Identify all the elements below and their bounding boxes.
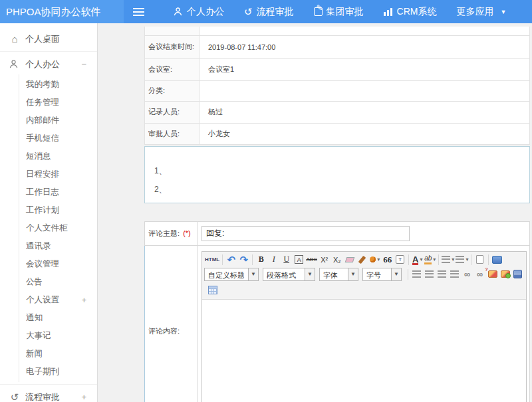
sidebar-subitem[interactable]: 电子期刊 <box>19 363 97 381</box>
rich-text-editor: HTML ↶ ↷ B I U A ABC X² X₂ <box>201 251 527 402</box>
sidebar-subitem[interactable]: 手机短信 <box>19 130 97 148</box>
sidebar-subitem[interactable]: 新闻 <box>19 345 97 363</box>
sidebar-item-workflow-approval[interactable]: ↺ 流程审批 + <box>0 387 97 402</box>
ordered-list-button[interactable]: ▾ <box>441 253 455 266</box>
sidebar-item-personal-office[interactable]: 个人办公 − <box>0 54 97 74</box>
bar-chart-icon <box>384 8 393 16</box>
blockquote-button[interactable]: 66 <box>381 253 394 266</box>
fullscreen-button[interactable] <box>491 253 503 266</box>
insert-media-button[interactable] <box>511 268 524 281</box>
meeting-info-table: 会议结束时间: 2019-08-07 11:47:00 会议室: 会议室1 分类… <box>144 27 530 145</box>
menu-toggle-icon[interactable] <box>133 8 144 16</box>
sidebar-subitem[interactable]: 我的考勤 <box>19 76 97 94</box>
field-label: 分类: <box>145 80 200 101</box>
app-logo: PHPOA协同办公软件 <box>0 0 124 23</box>
field-value: 小龙女 <box>200 123 530 144</box>
sidebar-subitem[interactable]: 工作日志 <box>19 183 97 201</box>
sidebar-subitem[interactable]: 日程安排 <box>19 165 97 183</box>
custom-heading-select[interactable]: 自定义标题 ▼ <box>204 268 259 281</box>
expand-icon[interactable]: + <box>82 296 97 305</box>
image-album-button[interactable] <box>499 268 511 281</box>
sidebar-subitem[interactable]: 个人文件柜 <box>19 219 97 237</box>
field-value: 杨过 <box>200 101 530 123</box>
new-page-button[interactable] <box>473 253 486 266</box>
align-justify-button[interactable] <box>448 268 461 281</box>
chevron-down-icon: ▾ <box>377 256 380 262</box>
underline-button[interactable]: U <box>280 253 293 266</box>
align-center-button[interactable] <box>423 268 436 281</box>
expand-icon[interactable]: + <box>81 392 90 402</box>
comment-subject-input[interactable] <box>201 226 410 241</box>
paragraph-format-select[interactable]: 段落格式 ▼ <box>263 268 315 281</box>
nav-group-approval[interactable]: 集团审批 <box>304 0 374 23</box>
paste-from-word-button[interactable]: T <box>394 253 406 266</box>
sidebar-subitem[interactable]: 通知 <box>19 309 97 327</box>
comment-subject-label: 评论主题: <box>148 229 180 237</box>
comment-content-label: 评论内容: <box>145 245 198 402</box>
nav-personal-office[interactable]: 个人办公 <box>163 0 234 23</box>
nav-label: 个人办公 <box>187 6 224 18</box>
editor-toolbar-row-3 <box>202 282 526 300</box>
nav-crm-system[interactable]: CRM系统 <box>374 0 447 23</box>
sidebar-subitem[interactable]: 大事记 <box>19 327 97 345</box>
align-center-icon <box>425 270 434 278</box>
font-color-button[interactable]: A▾ <box>411 253 424 266</box>
media-icon <box>513 270 522 278</box>
field-label: 会议室: <box>145 58 200 80</box>
format-painter-button[interactable] <box>356 253 368 266</box>
collapse-icon[interactable]: − <box>81 59 90 69</box>
editor-toolbar-row-1: HTML ↶ ↷ B I U A ABC X² X₂ <box>202 252 526 268</box>
chevron-down-icon: ▾ <box>420 256 422 262</box>
style-palette-button[interactable]: ▾ <box>368 253 381 266</box>
font-style-button[interactable]: A <box>295 255 303 264</box>
field-label: 会议结束时间: <box>145 35 200 58</box>
font-family-select[interactable]: 字体 ▼ <box>319 268 358 281</box>
remove-link-button[interactable]: ∞ <box>473 268 486 281</box>
insert-link-button[interactable]: ∞ <box>461 268 473 281</box>
redo-button[interactable]: ↷ <box>237 253 250 266</box>
sidebar-subitem[interactable]: 通讯录 <box>19 237 97 255</box>
align-justify-icon <box>450 270 459 278</box>
undo-button[interactable]: ↶ <box>225 253 237 266</box>
sidebar-subitem[interactable]: 工作计划 <box>19 201 97 219</box>
divider <box>471 254 471 265</box>
sidebar-item-desktop[interactable]: ⌂ 个人桌面 <box>0 29 97 49</box>
sidebar-subitem[interactable]: 会议管理 <box>19 255 97 273</box>
nav-workflow-approval[interactable]: ↺ 流程审批 <box>234 0 304 23</box>
sidebar-subitem[interactable]: 任务管理 <box>19 94 97 112</box>
field-value <box>200 80 530 101</box>
chevron-down-icon: ▾ <box>466 256 468 262</box>
field-value: 会议室1 <box>200 58 530 80</box>
strikethrough-button[interactable]: ABC <box>305 253 318 266</box>
align-right-button[interactable] <box>436 268 448 281</box>
divider <box>488 254 489 265</box>
eraser-button[interactable] <box>343 253 356 266</box>
sidebar-subitem[interactable]: 短消息 <box>19 148 97 165</box>
bold-button[interactable]: B <box>255 253 267 266</box>
comment-content-editarea[interactable] <box>202 300 526 402</box>
subscript-button[interactable]: X₂ <box>331 253 343 266</box>
person-icon <box>173 7 183 17</box>
highlight-color-button[interactable]: ab▾ <box>424 253 436 266</box>
sidebar-subitem[interactable]: 公告 <box>19 273 97 291</box>
nav-more-apps[interactable]: 更多应用 ▼ <box>446 0 516 23</box>
sidebar: ⌂ 个人桌面 个人办公 − 我的考勤 任务管理 内部邮件 手机短信 短消息 日程… <box>0 23 98 402</box>
chevron-down-icon: ▼ <box>348 268 358 280</box>
insert-table-button[interactable] <box>206 284 219 297</box>
unordered-list-button[interactable]: ▾ <box>455 253 469 266</box>
palette-icon <box>370 256 376 262</box>
chevron-down-icon: ▼ <box>248 268 258 280</box>
align-left-button[interactable] <box>410 268 423 281</box>
superscript-button[interactable]: X² <box>318 253 331 266</box>
divider <box>252 254 253 265</box>
album-icon <box>501 270 510 278</box>
sidebar-subitem[interactable]: 内部邮件 <box>19 112 97 130</box>
nav-label: CRM系统 <box>397 6 437 18</box>
italic-button[interactable]: I <box>267 253 280 266</box>
sidebar-subitem[interactable]: 个人设置 + <box>19 291 97 309</box>
content-area: 会议结束时间: 2019-08-07 11:47:00 会议室: 会议室1 分类… <box>98 23 532 402</box>
divider <box>0 51 97 52</box>
table-row: 分类: <box>145 80 530 101</box>
html-source-button[interactable]: HTML <box>204 253 220 266</box>
font-size-select[interactable]: 字号 ▼ <box>362 268 402 281</box>
